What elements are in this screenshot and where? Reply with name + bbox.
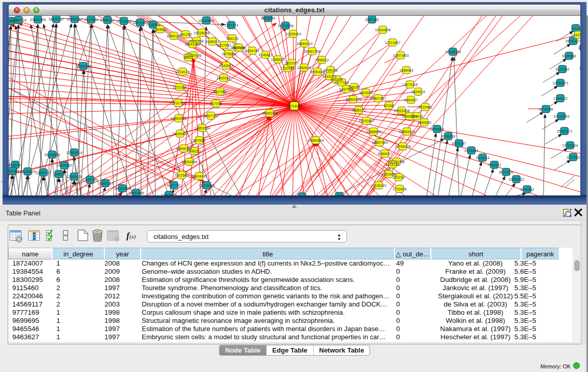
svg-text:2718176: 2718176 [176,70,189,74]
svg-text:16782759: 16782759 [114,187,130,190]
svg-text:14136141: 14136141 [371,184,386,187]
svg-text:13975887: 13975887 [56,164,72,167]
svg-text:8813054: 8813054 [261,16,275,20]
svg-text:16543382: 16543382 [184,42,200,46]
svg-text:20053346: 20053346 [75,64,91,68]
svg-text:9245632: 9245632 [520,188,534,191]
svg-text:10653267: 10653267 [67,17,82,21]
svg-text:1498222: 1498222 [187,149,201,153]
svg-text:16648784: 16648784 [445,50,461,54]
svg-text:7632621: 7632621 [487,163,501,167]
svg-text:9146821: 9146821 [258,53,272,57]
svg-text:15720407: 15720407 [358,119,374,123]
svg-text:19654935: 19654935 [170,117,186,120]
svg-text:1640954: 1640954 [430,127,444,131]
svg-text:19384554: 19384554 [308,139,323,142]
svg-text:9215460: 9215460 [418,105,432,109]
svg-text:12156829: 12156829 [19,170,35,173]
svg-text:9467791: 9467791 [332,194,346,196]
svg-text:1322045: 1322045 [280,67,294,70]
svg-text:1899695: 1899695 [417,121,431,124]
svg-text:3267130: 3267130 [204,114,217,118]
svg-text:16033809: 16033809 [198,19,214,23]
svg-text:887834: 887834 [193,139,205,142]
svg-text:6794028: 6794028 [323,69,337,72]
svg-text:1332541: 1332541 [571,33,580,37]
svg-text:10154808: 10154808 [375,28,390,32]
svg-text:1244415: 1244415 [553,97,567,100]
svg-text:12643465: 12643465 [161,193,177,196]
svg-text:1221338: 1221338 [172,85,186,89]
svg-text:16961758: 16961758 [304,50,320,53]
svg-text:17016504: 17016504 [562,144,578,147]
svg-text:546233: 546233 [226,37,238,40]
svg-text:1010755: 1010755 [171,101,185,105]
svg-text:62160: 62160 [384,104,394,107]
svg-text:7357274: 7357274 [224,24,238,27]
svg-text:7955812: 7955812 [315,58,329,62]
svg-text:1824514: 1824514 [411,90,425,94]
svg-text:20756928: 20756928 [395,145,410,148]
svg-text:2867608: 2867608 [232,46,246,50]
svg-text:15226058: 15226058 [193,31,209,35]
svg-text:12942737: 12942737 [35,171,51,174]
svg-text:8471676: 8471676 [499,170,513,174]
svg-text:1167533: 1167533 [567,156,580,159]
svg-text:17957255: 17957255 [82,178,98,182]
svg-text:11123: 11123 [571,27,580,30]
svg-text:18635267: 18635267 [48,17,64,21]
svg-text:19218506: 19218506 [277,24,293,28]
svg-text:10654112: 10654112 [509,178,525,181]
svg-text:1588520: 1588520 [271,58,285,61]
svg-text:9457791: 9457791 [167,184,181,187]
svg-text:24055724: 24055724 [10,18,26,22]
svg-text:9327502: 9327502 [217,43,231,47]
svg-text:252214: 252214 [393,176,404,179]
svg-text:19166825: 19166825 [172,132,188,136]
svg-text:9463627: 9463627 [404,98,418,102]
svg-text:20691406: 20691406 [30,18,46,21]
svg-text:3875685: 3875685 [222,52,235,56]
svg-text:11325419: 11325419 [286,32,301,36]
svg-text:1615132: 1615132 [385,163,399,166]
svg-text:7663822: 7663822 [153,28,167,31]
svg-text:98901: 98901 [183,56,193,59]
svg-text:3915185: 3915185 [9,169,19,173]
svg-text:10807487: 10807487 [370,97,386,100]
svg-text:1362615: 1362615 [297,66,311,70]
svg-text:9242843: 9242843 [219,64,233,68]
svg-text:10210643: 10210643 [553,115,569,118]
svg-text:114519: 114519 [53,172,65,176]
svg-text:3215958: 3215958 [539,107,553,111]
svg-text:113354: 113354 [578,46,580,50]
svg-text:1527602: 1527602 [84,18,98,21]
svg-text:9777169: 9777169 [335,81,349,84]
svg-text:26206556: 26206556 [44,153,60,157]
svg-text:16093459: 16093459 [181,160,197,164]
svg-text:20364436: 20364436 [345,98,361,101]
svg-text:746266: 746266 [348,85,360,89]
svg-text:2933114: 2933114 [476,156,490,160]
svg-text:817006: 817006 [210,102,222,105]
svg-text:18300295: 18300295 [262,112,277,115]
svg-text:12823465: 12823465 [128,191,144,195]
svg-text:12975115: 12975115 [402,83,418,86]
svg-text:8835001: 8835001 [9,163,23,167]
svg-text:804412: 804412 [411,115,423,118]
svg-text:18807289: 18807289 [372,141,387,144]
svg-text:(x): (x) [129,233,136,240]
svg-text:12213967: 12213967 [384,41,400,45]
svg-text:1733426: 1733426 [393,187,406,191]
svg-text:9329966: 9329966 [562,54,576,58]
svg-text:10719185: 10719185 [116,19,132,23]
svg-text:8660124: 8660124 [167,34,181,38]
svg-text:14353584: 14353584 [194,126,210,130]
svg-text:6966160: 6966160 [100,18,114,22]
svg-text:9084047: 9084047 [378,152,391,156]
svg-text:7485063: 7485063 [399,69,413,72]
svg-text:16914479: 16914479 [191,174,207,178]
svg-text:7515524: 7515524 [146,23,160,27]
svg-text:10688609: 10688609 [365,130,381,134]
svg-text:3824514: 3824514 [359,91,373,95]
svg-text:10973493: 10973493 [393,54,408,57]
